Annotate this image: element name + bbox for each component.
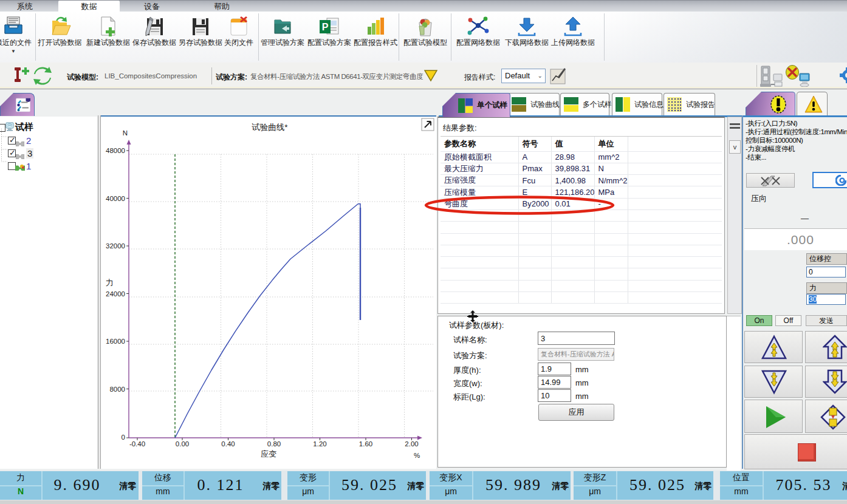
svg-text:32000: 32000 — [106, 242, 125, 250]
svg-text:-0.40: -0.40 — [129, 440, 145, 448]
svg-text:8000: 8000 — [109, 386, 125, 393]
svg-text:16000: 16000 — [106, 338, 125, 345]
svg-text:0.80: 0.80 — [267, 440, 281, 448]
svg-text:1.20: 1.20 — [313, 440, 326, 448]
svg-text:24000: 24000 — [106, 290, 125, 298]
svg-text:0.00: 0.00 — [176, 440, 189, 448]
svg-text:P: P — [322, 22, 329, 32]
svg-text:%: % — [414, 452, 420, 459]
svg-text:48000: 48000 — [106, 147, 125, 154]
svg-text:0: 0 — [122, 434, 125, 441]
svg-text:N: N — [123, 129, 128, 137]
svg-text:40000: 40000 — [106, 195, 125, 202]
svg-text:力: 力 — [106, 278, 114, 287]
svg-text:0.40: 0.40 — [221, 440, 235, 448]
svg-text:2.00: 2.00 — [405, 440, 418, 448]
svg-text:1.60: 1.60 — [359, 440, 372, 448]
svg-text:应变: 应变 — [261, 449, 276, 458]
svg-text:试验曲线*: 试验曲线* — [252, 123, 288, 132]
